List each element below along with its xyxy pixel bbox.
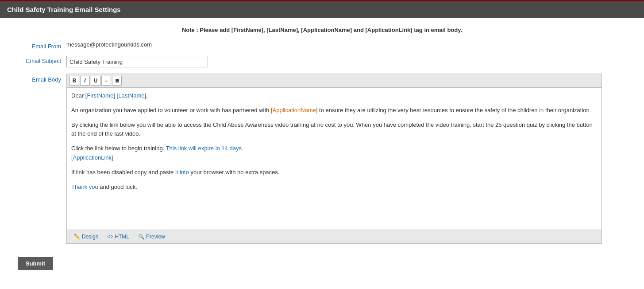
unordered-list-button[interactable]: ≣: [112, 76, 122, 86]
editor-footer: ✏️ Design <> HTML 🔍 Preview: [67, 230, 602, 243]
page-title: Child Safety Training Email Settings: [7, 6, 121, 13]
design-icon: ✏️: [74, 234, 81, 240]
note-bar: Note : Please add [FirstName], [LastName…: [13, 27, 631, 33]
body-line5: If link has been disabled copy and paste…: [71, 168, 597, 177]
body-line1: Dear [FirstName] [LastName],: [71, 91, 597, 101]
preview-tab[interactable]: 🔍 Preview: [135, 232, 169, 241]
design-tab[interactable]: ✏️ Design: [70, 232, 102, 241]
email-subject-label: Email Subject: [13, 56, 66, 64]
email-body-row: Email Body B I U ≡ ≣ Dear [FirstName] [L…: [13, 74, 631, 244]
editor-body[interactable]: Dear [FirstName] [LastName], An organiza…: [67, 88, 602, 230]
body-line3: By clicking the link below you will be a…: [71, 121, 597, 139]
email-body-label: Email Body: [13, 74, 66, 83]
email-from-label: Email From: [13, 41, 66, 50]
editor-container: B I U ≡ ≣ Dear [FirstName] [LastName], A…: [66, 74, 602, 244]
email-subject-input[interactable]: [66, 56, 208, 67]
email-subject-row: Email Subject: [13, 56, 631, 67]
body-line4: Click the link below to begin training. …: [71, 144, 597, 163]
editor-toolbar: B I U ≡ ≣: [67, 74, 602, 88]
submit-area: Submit: [13, 257, 631, 270]
html-icon: <>: [107, 234, 113, 240]
email-from-row: Email From message@protectingourkids.com: [13, 41, 631, 50]
note-text: Note : Please add [FirstName], [LastName…: [182, 27, 462, 33]
page-content: Note : Please add [FirstName], [LastName…: [0, 18, 644, 288]
html-tab-label: HTML: [115, 234, 129, 240]
body-line6: Thank you and good luck.: [71, 183, 597, 192]
underline-button[interactable]: U: [91, 76, 100, 86]
preview-tab-label: Preview: [146, 234, 165, 240]
design-tab-label: Design: [82, 234, 98, 240]
page-header: Child Safety Training Email Settings: [0, 0, 644, 18]
italic-button[interactable]: I: [80, 76, 90, 86]
email-from-value: message@protectingourkids.com: [66, 41, 152, 48]
html-tab[interactable]: <> HTML: [104, 232, 133, 241]
bold-button[interactable]: B: [69, 76, 79, 86]
body-line2: An organization you have applied to volu…: [71, 106, 597, 115]
preview-icon: 🔍: [138, 234, 145, 240]
ordered-list-button[interactable]: ≡: [101, 76, 111, 86]
submit-button[interactable]: Submit: [18, 257, 53, 270]
